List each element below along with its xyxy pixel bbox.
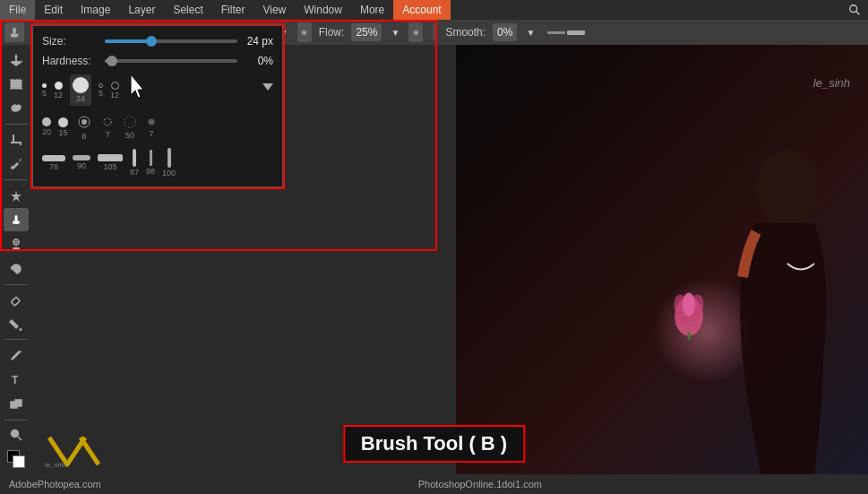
brush-tool-label: Brush Tool ( B ): [343, 425, 525, 463]
svg-point-32: [149, 119, 155, 126]
svg-rect-7: [11, 80, 21, 89]
preset-18[interactable]: 100: [162, 148, 176, 178]
preset-12[interactable]: 7: [145, 116, 158, 138]
preset-8[interactable]: 15: [58, 117, 68, 137]
size-slider[interactable]: [105, 39, 237, 43]
brush-panel: Size: 24 px Hardness: 0% 5 12: [32, 25, 283, 187]
divider5: [4, 420, 28, 420]
menu-image[interactable]: Image: [72, 0, 119, 20]
photo-area: [456, 45, 868, 474]
divider3: [4, 284, 28, 285]
divider2: [4, 179, 28, 180]
menu-select[interactable]: Select: [164, 0, 211, 20]
cursor-area: [126, 77, 158, 104]
preset-1[interactable]: 5: [42, 83, 47, 98]
preset-16[interactable]: 87: [130, 149, 139, 177]
preset-row-2: 20 15 8 7: [42, 113, 273, 141]
svg-point-14: [13, 247, 20, 250]
size-value: 24 px: [237, 35, 273, 48]
preset-2[interactable]: 12: [54, 82, 63, 100]
preset-13[interactable]: 76: [42, 155, 65, 171]
hardness-row: Hardness: 0%: [42, 55, 273, 67]
tool-color-swatch[interactable]: [4, 448, 29, 474]
menu-filter[interactable]: Filter: [212, 0, 254, 20]
tool-shape[interactable]: [4, 393, 29, 415]
menu-file[interactable]: File: [0, 0, 35, 20]
tool-eyedropper[interactable]: [4, 153, 29, 176]
tool-rect-select[interactable]: [4, 73, 29, 95]
smooth-value: 0%: [493, 23, 517, 41]
size-row: Size: 24 px: [42, 35, 273, 48]
tool-crop[interactable]: [4, 128, 29, 151]
smile-detail: [783, 259, 819, 277]
svg-text:T: T: [12, 374, 19, 386]
tool-lasso[interactable]: [4, 98, 29, 120]
preset-10[interactable]: 7: [100, 115, 115, 139]
menu-view[interactable]: View: [254, 0, 295, 20]
search-icon[interactable]: [841, 2, 868, 18]
preset-row-1: 5 12 24 5 12: [42, 74, 273, 106]
menu-layer[interactable]: Layer: [119, 0, 164, 20]
smooth-arrow[interactable]: ▼: [524, 22, 537, 42]
menu-account[interactable]: Account: [393, 0, 450, 20]
svg-point-26: [756, 150, 819, 225]
svg-point-2: [11, 33, 19, 37]
tool-move[interactable]: [4, 48, 29, 71]
cursor-icon: [126, 73, 153, 104]
tool-text[interactable]: T: [4, 368, 29, 391]
preset-7[interactable]: 20: [42, 117, 51, 136]
expand-btn[interactable]: [262, 83, 273, 97]
hardness-slider[interactable]: [105, 59, 237, 63]
tool-pen[interactable]: [4, 343, 29, 366]
menu-window[interactable]: Window: [295, 0, 351, 20]
bottom-left-text: AdobePhotopea.com: [9, 479, 101, 490]
hardness-value: 0%: [237, 55, 273, 67]
preset-15[interactable]: 105: [98, 154, 123, 171]
svg-point-29: [82, 119, 87, 125]
tool-clone[interactable]: [4, 233, 29, 256]
svg-marker-6: [10, 54, 22, 66]
size-slider-fill: [105, 39, 151, 43]
divider4: [4, 339, 28, 340]
preset-3[interactable]: 24: [70, 74, 91, 106]
tool-icon[interactable]: [4, 22, 24, 42]
preset-9[interactable]: 8: [75, 113, 93, 141]
svg-line-20: [18, 437, 21, 440]
tool-healing[interactable]: [4, 184, 29, 206]
svg-marker-27: [262, 83, 273, 91]
flow-extra-icon[interactable]: ⊕: [408, 22, 423, 42]
preset-5[interactable]: 12: [110, 82, 119, 100]
flow-value: 25%: [351, 23, 382, 41]
svg-rect-15: [11, 297, 20, 306]
left-toolbar: T: [0, 45, 32, 474]
preset-14[interactable]: 90: [73, 155, 90, 170]
smooth-label: Smooth:: [445, 26, 486, 39]
flow-arrow[interactable]: ▼: [389, 22, 401, 42]
tool-history[interactable]: [4, 257, 29, 280]
hardness-slider-thumb[interactable]: [107, 56, 117, 66]
preset-4[interactable]: 5: [99, 83, 103, 98]
svg-point-30: [104, 118, 111, 126]
svg-point-31: [125, 117, 136, 128]
divider: [4, 124, 28, 125]
hardness-label: Hardness:: [42, 55, 105, 67]
menu-edit[interactable]: Edit: [35, 0, 72, 20]
svg-line-1: [856, 12, 860, 15]
brush-presets-grid: 5 12 24 5 12: [42, 74, 273, 178]
opacity-extra-icon[interactable]: ⊕: [297, 22, 312, 42]
preset-11[interactable]: 50: [122, 114, 138, 140]
tool-paint-bucket[interactable]: [4, 313, 29, 335]
size-slider-thumb[interactable]: [146, 36, 157, 47]
menu-bar: File Edit Image Layer Select Filter View…: [0, 0, 868, 20]
menu-more[interactable]: More: [351, 0, 393, 20]
preset-row-3: 76 90 105 87 98 100: [42, 148, 273, 178]
bottom-bar: AdobePhotopea.com PhotoshopOnline.1doi1.…: [0, 474, 868, 494]
svg-point-19: [12, 430, 19, 438]
tool-zoom[interactable]: [4, 423, 29, 446]
preset-17[interactable]: 98: [146, 150, 155, 176]
tool-eraser[interactable]: [4, 289, 29, 311]
size-label: Size:: [42, 35, 105, 48]
tool-brush[interactable]: [4, 208, 29, 230]
woman-silhouette: [617, 134, 868, 474]
svg-point-8: [11, 166, 14, 169]
